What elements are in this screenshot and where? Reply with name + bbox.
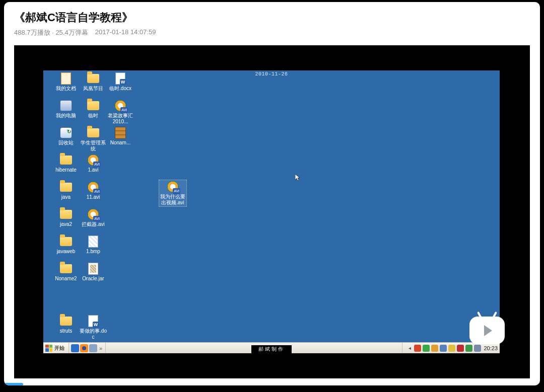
- file-yaozuo-doc[interactable]: 要做的事.doc: [80, 315, 107, 340]
- bmp-icon: [86, 236, 100, 248]
- folder-noname2[interactable]: Noname2: [52, 263, 80, 282]
- recycle-bin[interactable]: 回收站: [52, 127, 80, 146]
- docx-icon: [113, 72, 127, 85]
- bilibili-tv-icon[interactable]: [469, 317, 505, 344]
- icon-label: 我为什么要出视频.avi: [160, 194, 186, 206]
- file-laoliang-avi[interactable]: 老梁故事汇2010...: [107, 100, 134, 125]
- video-caption: 郝斌制作: [251, 345, 292, 353]
- play-icon: [484, 325, 492, 336]
- file-11-avi[interactable]: 11.avi: [80, 181, 107, 200]
- icon-label: 临时: [88, 113, 98, 119]
- folder-icon: [59, 263, 73, 275]
- tray-shield-icon[interactable]: [423, 345, 430, 352]
- video-player[interactable]: 2010-11-26 我的文档我的电脑回收站hibernatejavajava2…: [14, 45, 530, 378]
- folder-icon: [86, 72, 100, 85]
- folder-icon: [59, 236, 73, 248]
- tray-battery-icon[interactable]: [465, 345, 472, 352]
- tray-sound-icon[interactable]: [431, 345, 438, 352]
- folder-icon: [86, 127, 100, 139]
- icon-label: 回收站: [58, 140, 74, 146]
- progress-indicator: [4, 383, 23, 385]
- icon-label: struts: [60, 328, 72, 334]
- doc-icon: [86, 315, 100, 327]
- folder-icon: [86, 100, 100, 112]
- shell-icon[interactable]: [89, 344, 97, 352]
- file-why-video-avi[interactable]: 我为什么要出视频.avi: [159, 180, 186, 206]
- icon-label: 11.avi: [87, 194, 100, 200]
- folder-icon: [59, 181, 73, 193]
- show-desktop-icon[interactable]: [71, 344, 79, 352]
- file-noname-rar[interactable]: Nonam...: [107, 127, 134, 146]
- folder-student-sys[interactable]: 学生管理系统: [80, 127, 107, 152]
- avi-icon: [166, 181, 180, 193]
- video-header: 《郝斌C语言自学教程》 488.7万播放 · 25.4万弹幕 2017-01-1…: [4, 2, 540, 40]
- icon-label: 我的文档: [56, 86, 76, 92]
- windows-flag-icon: [45, 345, 52, 352]
- file-lanjieqi-avi[interactable]: 拦截器.avi: [80, 208, 107, 227]
- file-linshi-docx[interactable]: 临时.docx: [107, 72, 134, 92]
- video-title: 《郝斌C语言自学教程》: [14, 10, 530, 25]
- tray-im-icon[interactable]: [474, 345, 481, 352]
- icon-label: hibernate: [55, 167, 77, 173]
- icon-label: 要做的事.doc: [80, 328, 107, 340]
- play-count: 488.7万播放 · 25.4万弹幕: [14, 28, 88, 37]
- tray-warn-icon[interactable]: [448, 345, 455, 352]
- my-computer[interactable]: 我的电脑: [52, 100, 80, 119]
- folder-javaweb[interactable]: javaweb: [52, 236, 80, 255]
- start-button[interactable]: 开始: [43, 343, 69, 353]
- icon-label: 凤凰节目: [83, 86, 103, 92]
- tray-x-icon[interactable]: [457, 345, 464, 352]
- file-oracle-jar[interactable]: Oracle.jar: [80, 263, 107, 282]
- icon-label: javaweb: [57, 249, 76, 255]
- tray-red-icon[interactable]: [414, 345, 421, 352]
- icon-label: 拦截器.avi: [82, 221, 105, 227]
- folder-java[interactable]: java: [52, 181, 80, 200]
- folder-fenghuang[interactable]: 凤凰节目: [80, 72, 107, 92]
- icon-label: Nonam...: [110, 140, 131, 146]
- folder-struts[interactable]: struts: [52, 315, 80, 334]
- folder-hibernate[interactable]: hibernate: [52, 154, 80, 173]
- icon-label: java: [61, 194, 71, 200]
- icon-label: Oracle.jar: [82, 276, 104, 282]
- folder-icon: [59, 315, 73, 327]
- avi-icon: [86, 154, 100, 166]
- icon-label: 我的电脑: [56, 113, 76, 119]
- icon-label: java2: [60, 221, 72, 227]
- icon-label: Noname2: [55, 276, 77, 282]
- folder-icon: [59, 154, 73, 166]
- icon-label: 老梁故事汇2010...: [107, 113, 134, 125]
- icon-label: 1.bmp: [86, 249, 100, 255]
- pc-icon: [59, 100, 73, 112]
- docs-icon: [59, 72, 73, 85]
- avi-icon: [113, 100, 127, 112]
- rar-icon: [113, 127, 127, 139]
- video-page-card: 《郝斌C语言自学教程》 488.7万播放 · 25.4万弹幕 2017-01-1…: [4, 2, 540, 385]
- quicklaunch-more-icon[interactable]: »: [98, 345, 103, 351]
- video-meta: 488.7万播放 · 25.4万弹幕 2017-01-18 14:07:59: [14, 28, 530, 37]
- avi-icon: [86, 208, 100, 220]
- folder-java2[interactable]: java2: [52, 208, 80, 227]
- xp-desktop: 2010-11-26 我的文档我的电脑回收站hibernatejavajava2…: [43, 70, 500, 353]
- avi-icon: [86, 181, 100, 193]
- tray-expand-icon[interactable]: ◂: [406, 345, 413, 352]
- bin-icon: [59, 127, 73, 139]
- quick-launch: »: [69, 343, 106, 353]
- jar-icon: [86, 263, 100, 275]
- icon-label: 1.avi: [88, 167, 98, 173]
- icon-label: 学生管理系统: [80, 140, 107, 152]
- file-1-bmp[interactable]: 1.bmp: [80, 236, 107, 255]
- folder-icon: [59, 208, 73, 220]
- upload-timestamp: 2017-01-18 14:07:59: [95, 28, 156, 37]
- system-tray: ◂ 20:23: [402, 343, 500, 353]
- my-documents[interactable]: 我的文档: [52, 72, 80, 92]
- file-1-avi[interactable]: 1.avi: [80, 154, 107, 173]
- start-label: 开始: [54, 345, 64, 352]
- icon-label: 临时.docx: [109, 86, 131, 92]
- taskbar-clock: 20:23: [483, 345, 498, 351]
- tray-net-icon[interactable]: [440, 345, 447, 352]
- firefox-icon[interactable]: [80, 344, 88, 352]
- folder-linshi[interactable]: 临时: [80, 100, 107, 119]
- desktop-icons-layer: 我的文档我的电脑回收站hibernatejavajava2javawebNona…: [43, 70, 500, 353]
